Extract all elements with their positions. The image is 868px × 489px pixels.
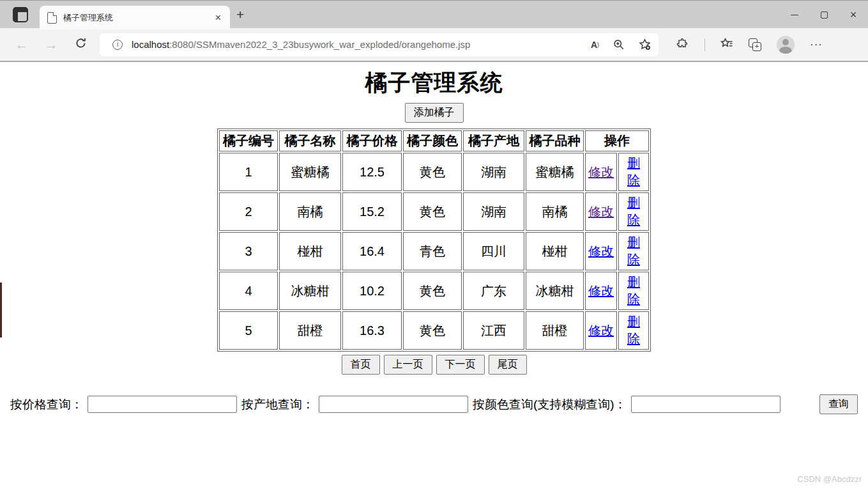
page-title: 橘子管理系统: [0, 62, 868, 98]
cell-origin: 湖南: [463, 153, 524, 191]
tab-actions-icon[interactable]: [13, 7, 28, 22]
edit-link[interactable]: 修改: [588, 323, 614, 338]
cell-origin: 湖南: [463, 192, 524, 231]
cell-price: 10.2: [342, 272, 402, 310]
price-search-label: 按价格查询：: [10, 396, 83, 413]
search-row: 按价格查询： 按产地查询： 按颜色查询(支持模糊查询)： 查询: [0, 394, 868, 414]
cell-edit: 修改: [585, 272, 617, 310]
origin-search-label: 按产地查询：: [241, 396, 314, 413]
profile-avatar[interactable]: [777, 36, 795, 54]
address-bar[interactable]: i localhost:8080/SSMmaven2022_3_23busywo…: [100, 33, 659, 56]
cell-name: 椪柑: [279, 232, 341, 270]
zoom-icon[interactable]: [613, 39, 625, 50]
cell-id: 4: [219, 272, 278, 310]
maximize-icon: [821, 12, 828, 19]
back-icon[interactable]: ←: [14, 37, 29, 52]
header-name: 橘子名称: [279, 130, 341, 151]
search-button[interactable]: 查询: [819, 394, 858, 414]
extensions-icon[interactable]: [676, 37, 689, 52]
add-row: 添加橘子: [0, 103, 868, 123]
edit-link[interactable]: 修改: [588, 284, 614, 298]
tab-title: 橘子管理系统: [63, 12, 214, 24]
delete-link[interactable]: 删除: [627, 196, 640, 227]
add-orange-button[interactable]: 添加橘子: [405, 103, 464, 123]
cell-color: 青色: [403, 232, 462, 270]
cell-variety: 南橘: [526, 192, 584, 231]
cell-name: 南橘: [279, 192, 341, 231]
orange-table: 橘子编号 橘子名称 橘子价格 橘子颜色 橘子产地 橘子品种 操作 1蜜糖橘12.…: [217, 128, 651, 352]
table-row: 1蜜糖橘12.5黄色湖南蜜糖橘修改删除: [219, 153, 649, 191]
browser-titlebar: 橘子管理系统 × + ×: [0, 0, 868, 28]
cell-color: 黄色: [403, 192, 462, 231]
window-controls: ×: [780, 1, 868, 29]
toolbar-right-icons: + ···: [676, 36, 823, 54]
browser-toolbar: ← → i localhost:8080/SSMmaven2022_3_23bu…: [0, 28, 868, 62]
forward-icon[interactable]: →: [43, 37, 59, 52]
cell-origin: 江西: [463, 311, 524, 350]
edit-link[interactable]: 修改: [588, 205, 614, 219]
maximize-button[interactable]: [809, 1, 839, 29]
favorites-hub-icon[interactable]: [720, 37, 733, 52]
first-page-button[interactable]: 首页: [342, 355, 380, 375]
favorite-add-icon[interactable]: [639, 38, 651, 50]
next-page-button[interactable]: 下一页: [436, 355, 485, 375]
header-variety: 橘子品种: [526, 130, 584, 151]
pagination: 首页 上一页 下一页 尾页: [0, 355, 868, 375]
collections-icon[interactable]: +: [749, 38, 761, 51]
header-price: 橘子价格: [342, 130, 402, 151]
prev-page-button[interactable]: 上一页: [384, 355, 432, 375]
header-origin: 橘子产地: [463, 130, 524, 151]
cell-price: 16.4: [342, 232, 402, 270]
refresh-icon[interactable]: [73, 37, 88, 52]
cell-edit: 修改: [585, 311, 617, 350]
color-search-label: 按颜色查询(支持模糊查询)：: [473, 396, 627, 413]
edit-link[interactable]: 修改: [588, 244, 614, 258]
cell-delete: 删除: [618, 232, 649, 270]
table-row: 4冰糖柑10.2黄色广东冰糖柑修改删除: [219, 272, 649, 310]
cell-edit: 修改: [585, 232, 617, 270]
cell-id: 2: [219, 192, 278, 231]
color-search-input[interactable]: [631, 396, 780, 413]
cell-edit: 修改: [585, 153, 617, 191]
header-actions: 操作: [585, 130, 649, 151]
cell-edit: 修改: [585, 192, 617, 231]
toolbar-separator: [704, 38, 705, 51]
screen-edge-artifact: [0, 283, 2, 338]
read-aloud-icon[interactable]: A): [591, 40, 599, 50]
cell-variety: 蜜糖橘: [526, 153, 584, 191]
settings-menu-icon[interactable]: ···: [810, 38, 823, 51]
browser-tab[interactable]: 橘子管理系统 ×: [40, 6, 230, 29]
edit-link[interactable]: 修改: [588, 165, 614, 179]
delete-link[interactable]: 删除: [627, 156, 640, 187]
table-row: 3椪柑16.4青色四川椪柑修改删除: [219, 232, 649, 270]
url-text[interactable]: localhost:8080/SSMmaven2022_3_23busywork…: [132, 39, 577, 50]
cell-name: 冰糖柑: [279, 272, 341, 310]
cell-color: 黄色: [403, 153, 462, 191]
watermark: CSDN @Abcdzzr: [797, 474, 862, 484]
cell-price: 15.2: [342, 192, 402, 231]
cell-delete: 删除: [618, 311, 649, 350]
last-page-button[interactable]: 尾页: [489, 355, 527, 375]
delete-link[interactable]: 删除: [627, 235, 640, 267]
cell-variety: 椪柑: [526, 232, 584, 270]
page-favicon-icon: [47, 12, 57, 24]
header-id: 橘子编号: [219, 130, 278, 151]
site-info-icon[interactable]: i: [112, 40, 123, 50]
price-search-input[interactable]: [88, 396, 237, 413]
close-button[interactable]: ×: [839, 1, 868, 29]
tab-close-icon[interactable]: ×: [214, 12, 222, 24]
cell-variety: 冰糖柑: [526, 272, 584, 310]
table-header-row: 橘子编号 橘子名称 橘子价格 橘子颜色 橘子产地 橘子品种 操作: [219, 130, 649, 151]
header-color: 橘子颜色: [403, 130, 462, 151]
delete-link[interactable]: 删除: [627, 275, 640, 306]
cell-origin: 四川: [463, 232, 524, 270]
cell-origin: 广东: [463, 272, 524, 310]
minimize-button[interactable]: [780, 1, 809, 29]
cell-name: 甜橙: [279, 311, 341, 350]
cell-variety: 甜橙: [526, 311, 584, 350]
new-tab-button[interactable]: +: [236, 8, 244, 21]
origin-search-input[interactable]: [319, 396, 468, 413]
cell-price: 12.5: [342, 153, 402, 191]
delete-link[interactable]: 删除: [627, 314, 640, 346]
cell-delete: 删除: [618, 272, 649, 310]
